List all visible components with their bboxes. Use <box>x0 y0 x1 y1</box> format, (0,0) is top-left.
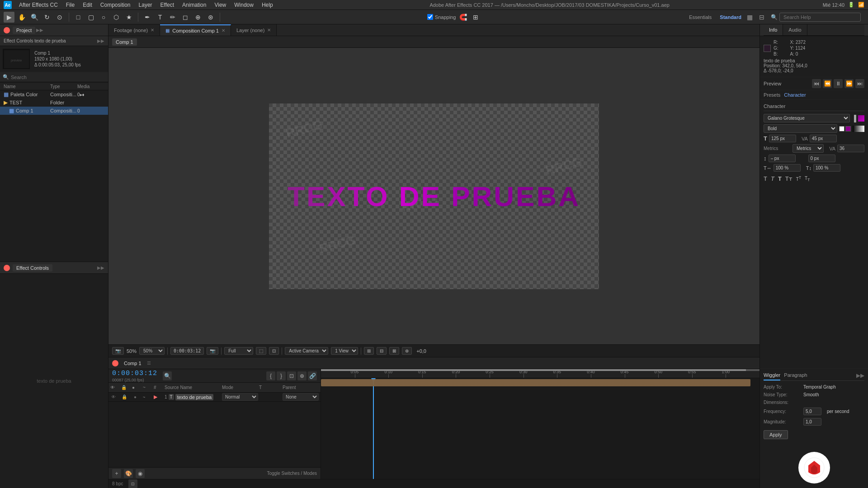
menu-composition[interactable]: Composition <box>97 1 134 9</box>
ctrl-snapshot[interactable]: 📷 <box>112 347 124 355</box>
preview-prev-btn[interactable]: ⏪ <box>823 79 832 88</box>
layer-mode-select[interactable]: Normal <box>222 393 258 401</box>
tool-poly[interactable]: ⬡ <box>111 12 122 23</box>
fmt-small-caps[interactable]: Tᴛ <box>785 175 793 182</box>
menu-file[interactable]: File <box>62 1 78 9</box>
tl-btn-parent[interactable]: ⊕ <box>297 371 307 380</box>
tool-hand[interactable]: ✋ <box>16 12 27 23</box>
timeline-playhead[interactable] <box>373 378 374 479</box>
tab-composition-close[interactable]: ✕ <box>222 28 225 33</box>
menu-window[interactable]: Window <box>231 1 257 9</box>
tab-project[interactable]: Project <box>13 27 35 34</box>
fmt-super[interactable]: TT <box>796 175 801 182</box>
font-size-input[interactable] <box>769 135 796 142</box>
fmt-bold-t[interactable]: T <box>778 175 782 182</box>
snapping-magnet[interactable]: 🧲 <box>458 12 468 23</box>
tab-layer-close[interactable]: ✕ <box>267 28 271 33</box>
fmt-normal-t[interactable]: T <box>764 175 767 182</box>
layer-eye[interactable]: 👁 <box>110 394 117 400</box>
menu-layer[interactable]: Layer <box>135 1 156 9</box>
layer-shy[interactable]: ~ <box>143 395 153 399</box>
ctrl-3d[interactable]: ⊠ <box>389 347 399 355</box>
tab-effects[interactable]: Effect Controls <box>13 264 52 272</box>
snapping-checkbox[interactable] <box>427 14 433 20</box>
tl-btn-in[interactable]: { <box>266 371 275 380</box>
ctrl-safe[interactable]: ⊟ <box>377 347 387 355</box>
tool-eraser[interactable]: ◻ <box>180 12 191 23</box>
wiggler-tab-paragraph[interactable]: Paragraph <box>784 372 807 380</box>
tool-brush[interactable]: ✏ <box>167 12 178 23</box>
swatch-purple[interactable] <box>845 126 851 131</box>
preview-first-btn[interactable]: ⏮ <box>812 79 821 88</box>
tool-rotate[interactable]: ↻ <box>42 12 52 23</box>
ctrl-region[interactable]: ⬚ <box>256 347 266 355</box>
effects-panel-close[interactable] <box>4 265 10 271</box>
essentials-btn[interactable]: Essentials <box>686 14 714 21</box>
ctrl-pixel[interactable]: ⊛ <box>402 347 412 355</box>
font-color-box[interactable] <box>858 115 864 122</box>
tab-audio[interactable]: Audio <box>783 24 807 35</box>
layout-options-btn[interactable]: ⊟ <box>759 14 764 21</box>
camera-select[interactable]: Active Camera <box>285 347 328 355</box>
color-swatch-main[interactable] <box>764 45 771 52</box>
tab-info[interactable]: Info <box>764 24 783 35</box>
tool-round[interactable]: ▢ <box>85 12 96 23</box>
font-color-swatch[interactable]: ▐ <box>852 115 856 122</box>
tl-btn-solo[interactable]: ◉ <box>136 469 145 478</box>
tab-footage-close[interactable]: ✕ <box>151 28 154 33</box>
timeline-close[interactable] <box>112 360 118 366</box>
kern-input[interactable] <box>810 135 837 142</box>
fmt-italic-t[interactable]: T <box>771 175 774 182</box>
scale-v-input[interactable] <box>813 164 840 172</box>
layer-lock[interactable]: 🔒 <box>121 394 127 400</box>
wiggler-expand-btn[interactable]: ▶▶ <box>856 372 864 380</box>
zoom-select[interactable]: 50% 100% 25% <box>139 347 165 355</box>
tool-camera-orbit[interactable]: ⊙ <box>54 12 65 23</box>
ctrl-snapshot2[interactable]: 📷 <box>207 347 218 355</box>
wiggler-frequency-input[interactable] <box>803 408 821 415</box>
snapping-options[interactable]: ⊞ <box>470 12 481 23</box>
ctrl-time-nav[interactable]: 0:00:03:12 <box>170 347 204 355</box>
tl-btn-link[interactable]: 🔗 <box>308 371 317 380</box>
scale-h-input[interactable] <box>774 164 801 172</box>
menu-edit[interactable]: Edit <box>79 1 96 9</box>
tool-star[interactable]: ★ <box>123 12 134 23</box>
fmt-sub[interactable]: TT <box>805 176 810 182</box>
project-panel-close[interactable] <box>4 27 10 33</box>
metrics-select[interactable]: Metrics <box>793 144 824 153</box>
layout-expand-btn[interactable]: ▦ <box>747 14 753 21</box>
font-gradient-swatch[interactable] <box>853 126 864 132</box>
timeline-tab-comp1[interactable]: Comp 1 <box>120 360 145 367</box>
viewport[interactable]: RRCG RRCG RRCG RRCG TEXTO DE PRUEBA <box>108 48 760 344</box>
menu-help[interactable]: Help <box>258 1 277 9</box>
leading-input[interactable] <box>769 155 796 162</box>
tool-pen[interactable]: ✒ <box>142 12 153 23</box>
tab-composition[interactable]: ▦ Composition Comp 1 ✕ <box>160 24 231 36</box>
tl-search-btn[interactable]: 🔍 <box>163 371 172 380</box>
font-style-select[interactable]: Bold <box>764 124 837 133</box>
tree-item-paleta[interactable]: ▦ Paleta Color Compositi... 0▸♦ <box>0 90 108 99</box>
toggle-switches-label[interactable]: Toggle Switches / Modes <box>267 471 317 476</box>
tracking-input[interactable] <box>837 145 864 152</box>
tool-puppet[interactable]: ⊛ <box>205 12 216 23</box>
tree-item-test[interactable]: ▶ TEST Folder <box>0 99 108 107</box>
panel-expand-icon[interactable]: ▶▶ <box>36 28 43 33</box>
wiggler-apply-btn[interactable]: Apply <box>764 430 788 439</box>
brand-logo[interactable] <box>798 452 830 483</box>
tab-footage[interactable]: Footage (none) ✕ <box>108 24 160 36</box>
tl-btn-palette[interactable]: 🎨 <box>124 469 133 478</box>
menu-animation[interactable]: Animation <box>179 1 210 9</box>
tool-rect[interactable]: □ <box>73 12 84 23</box>
preview-play-btn[interactable]: ⏸ <box>834 79 843 88</box>
tree-item-comp1[interactable]: ▦ Comp 1 Compositi... 0 <box>0 107 108 115</box>
swatch-white[interactable] <box>839 126 844 131</box>
font-family-select[interactable]: Galano Grotesque <box>764 114 850 122</box>
effects-expand[interactable]: ▶▶ <box>97 265 104 270</box>
project-search-input[interactable] <box>11 75 105 80</box>
search-help-input[interactable] <box>779 13 861 22</box>
layer-solo[interactable]: ● <box>132 394 138 400</box>
preview-next-btn[interactable]: ⏩ <box>844 79 854 88</box>
baseline-input[interactable] <box>808 155 835 162</box>
tl-btn-out[interactable]: } <box>277 371 286 380</box>
tool-stamp[interactable]: ⊕ <box>193 12 203 23</box>
